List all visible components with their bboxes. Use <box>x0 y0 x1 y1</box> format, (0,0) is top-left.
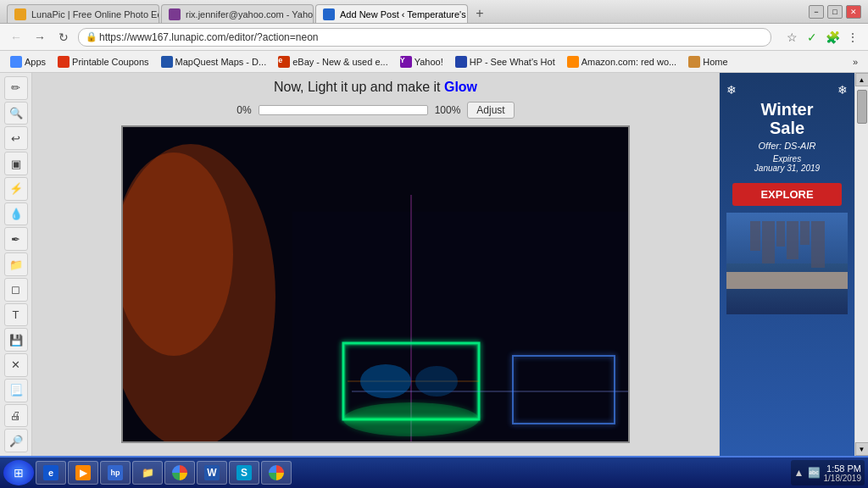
star-btn[interactable]: ☆ <box>783 29 800 46</box>
ie-icon: e <box>43 465 58 480</box>
rotate-tool[interactable]: ↩ <box>4 126 28 150</box>
media-icon: ▶ <box>75 465 91 480</box>
bookmark-home[interactable]: Home <box>683 54 732 69</box>
taskbar-chrome[interactable] <box>164 461 195 485</box>
shield-btn[interactable]: ✓ <box>804 29 821 46</box>
neon-controls: 0% 100% Adjust <box>236 102 514 119</box>
adjust-button[interactable]: Adjust <box>467 102 514 119</box>
tab-strip: LunaPic | Free Online Photo Edit... ✕ ri… <box>7 0 805 23</box>
save-tool[interactable]: 💾 <box>4 328 28 352</box>
bookmark-favicon: e <box>278 56 290 68</box>
snowflake-right-icon: ❄ <box>837 83 848 97</box>
scroll-down-btn[interactable]: ▼ <box>855 442 869 456</box>
bookmark-label: HP - See What's Hot <box>470 57 555 67</box>
search-tool[interactable]: 🔍 <box>4 102 28 125</box>
tab-favicon <box>323 8 335 20</box>
new-tab-btn[interactable]: + <box>470 4 490 23</box>
bookmark-hp[interactable]: HP - See What's Hot <box>450 54 560 69</box>
ad-expires: Expires January 31, 2019 <box>726 154 848 173</box>
bookmark-coupons[interactable]: Printable Coupons <box>53 54 154 69</box>
tab-label: rix.jennifer@yahoo.com - Yahoo ... <box>186 9 314 19</box>
pen-tool[interactable]: ✒ <box>4 227 28 251</box>
address-bar: ← → ↻ 🔒 https://www167.lunapic.com/edito… <box>0 24 868 51</box>
bookmark-favicon <box>161 56 173 68</box>
svg-point-17 <box>360 364 411 398</box>
explore-button[interactable]: EXPLORE <box>732 183 842 206</box>
ad-offer-label: Offer: <box>759 141 782 151</box>
scrollbar[interactable]: ▲ ▼ <box>854 73 868 456</box>
bookmark-label: Yahoo! <box>415 57 443 67</box>
print-tool[interactable]: 🖨 <box>4 404 28 428</box>
taskbar-chrome2[interactable] <box>261 461 292 485</box>
window-controls: − □ ✕ <box>809 5 861 19</box>
tab-yahoo[interactable]: rix.jennifer@yahoo.com - Yahoo ... ✕ <box>161 4 314 23</box>
wand-tool[interactable]: ⚡ <box>4 177 28 201</box>
tray-arrow-icon[interactable]: ▲ <box>794 467 804 479</box>
tab-favicon <box>169 8 181 20</box>
ad-image <box>726 213 848 314</box>
start-button[interactable]: ⊞ <box>3 460 34 485</box>
tool-panel: ✏ 🔍 ↩ ▣ ⚡ 💧 ✒ 📁 ◻ T 💾 ✕ 📃 🖨 🔎 <box>0 73 32 456</box>
bridge <box>726 272 848 289</box>
winter-sale-ad: ❄ ❄ WinterSale Offer: DS-AIR Expires Jan… <box>720 73 854 456</box>
taskbar-folder[interactable]: 📁 <box>132 461 163 485</box>
svg-point-18 <box>415 366 458 396</box>
back-btn[interactable]: ← <box>7 28 25 47</box>
tab-wordpress[interactable]: Add New Post ‹ Temperature's R... ✕ <box>315 4 468 23</box>
building <box>762 221 775 263</box>
bookmark-favicon <box>10 56 22 68</box>
url-text: https://www167.lunapic.com/editor/?actio… <box>99 31 319 43</box>
building <box>750 221 760 251</box>
minimize-btn[interactable]: − <box>809 5 824 19</box>
bookmark-mapquest[interactable]: MapQuest Maps - D... <box>156 54 272 69</box>
bookmark-amazon[interactable]: Amazon.com: red wo... <box>562 54 682 69</box>
forward-btn[interactable]: → <box>31 28 49 47</box>
river <box>726 263 848 314</box>
taskbar-ie[interactable]: e <box>36 461 66 485</box>
close-tool[interactable]: ✕ <box>4 353 28 377</box>
folder-tool[interactable]: 📁 <box>4 252 28 276</box>
building <box>800 221 810 245</box>
bookmark-favicon <box>688 56 700 68</box>
taskbar-skype[interactable]: S <box>229 461 259 485</box>
svg-point-15 <box>343 402 479 436</box>
document-tool[interactable]: ▣ <box>4 152 28 175</box>
taskbar-word[interactable]: W <box>197 461 227 485</box>
tab-label: LunaPic | Free Online Photo Edit... <box>31 9 159 19</box>
text-tool[interactable]: T <box>4 303 28 327</box>
dropper-tool[interactable]: 💧 <box>4 202 28 226</box>
refresh-btn[interactable]: ↻ <box>54 28 73 47</box>
bookmark-more-label: » <box>853 57 858 67</box>
clock[interactable]: 1:58 PM 1/18/2019 <box>824 463 862 483</box>
bookmark-apps[interactable]: Apps <box>5 54 51 69</box>
chrome2-icon <box>269 465 284 480</box>
tab-favicon <box>14 8 26 20</box>
menu-btn[interactable]: ⋮ <box>844 29 861 46</box>
taskbar-hp[interactable]: hp <box>100 461 131 485</box>
close-btn[interactable]: ✕ <box>846 5 861 19</box>
file-tool[interactable]: 📃 <box>4 379 28 402</box>
date-display: 1/18/2019 <box>824 474 862 483</box>
bookmark-label: Apps <box>25 57 46 67</box>
tray-flag-icon: 🔤 <box>808 467 821 479</box>
bookmark-ebay[interactable]: e eBay - New & used e... <box>273 54 393 69</box>
system-tray: ▲ 🔤 1:58 PM 1/18/2019 <box>791 460 865 485</box>
glow-slider[interactable] <box>259 105 428 115</box>
folder-icon: 📁 <box>140 465 155 480</box>
tab-lunapic[interactable]: LunaPic | Free Online Photo Edit... ✕ <box>7 4 159 23</box>
taskbar-media[interactable]: ▶ <box>68 461 98 485</box>
extension-btn[interactable]: 🧩 <box>824 29 841 46</box>
page-title-prefix: Now, Light it up and make it <box>274 80 444 94</box>
url-field[interactable]: 🔒 https://www167.lunapic.com/editor/?act… <box>78 28 771 47</box>
page-title-highlight: Glow <box>444 80 477 94</box>
zoom-tool[interactable]: 🔎 <box>4 429 28 452</box>
scroll-up-btn[interactable]: ▲ <box>855 73 869 86</box>
scroll-track[interactable] <box>856 86 868 442</box>
bookmark-yahoo[interactable]: Y Yahoo! <box>395 54 448 69</box>
page-title: Now, Light it up and make it Glow <box>274 80 477 95</box>
eraser-tool[interactable]: ◻ <box>4 278 28 302</box>
pencil-tool[interactable]: ✏ <box>4 76 28 100</box>
maximize-btn[interactable]: □ <box>827 5 843 19</box>
scroll-thumb[interactable] <box>857 90 867 124</box>
bookmark-more[interactable]: » <box>848 55 863 69</box>
